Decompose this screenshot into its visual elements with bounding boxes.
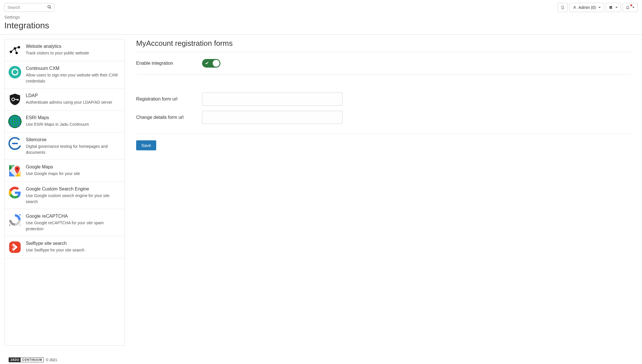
svg-point-12 — [9, 66, 21, 78]
sidebar-item-desc: Use Google custom search engine for your… — [26, 193, 121, 205]
recaptcha-icon — [8, 213, 22, 227]
svg-marker-31 — [19, 224, 21, 226]
svg-point-0 — [48, 5, 50, 8]
registration-url-input[interactable] — [202, 93, 342, 106]
sidebar-item-title: Sitemorse — [26, 137, 121, 142]
sidebar-item-desc: Use ESRI Maps in Jadu Continuum — [26, 121, 121, 127]
sidebar-item-title: Google Custom Search Engine — [26, 186, 121, 192]
sidebar-item-title: Continuum CXM — [26, 66, 121, 71]
sidebar-item-title: Google reCAPTCHA — [26, 214, 121, 219]
search-container — [4, 3, 54, 12]
sidebar-item-desc: Track visitors to your public website — [26, 50, 121, 56]
sidebar-item-desc: Authenticate admins using your LDAP/AD s… — [26, 99, 121, 105]
caret-down-icon — [598, 7, 601, 8]
sidebar-item-continuum-cxm[interactable]: Continuum CXM Allow users to sign into y… — [5, 61, 124, 88]
search-input[interactable] — [4, 3, 54, 12]
enable-integration-toggle[interactable] — [202, 59, 220, 68]
save-button[interactable]: Save — [136, 140, 156, 150]
svg-point-11 — [15, 52, 18, 54]
svg-point-29 — [16, 168, 18, 170]
sidebar-item-ldap[interactable]: LDAP Authenticate admins using your LDAP… — [5, 88, 124, 111]
sitemorse-icon — [8, 137, 22, 150]
url-form-section: Registration form url Change details for… — [136, 75, 632, 134]
caret-down-icon — [632, 7, 635, 8]
svg-line-8 — [11, 48, 15, 52]
notifications-button[interactable] — [623, 3, 638, 12]
change-details-url-input[interactable] — [202, 111, 342, 124]
sidebar-item-sitemorse[interactable]: Sitemorse Digital governance testing for… — [5, 133, 124, 160]
sidebar-item-title: ESRI Maps — [26, 115, 121, 120]
sidebar-item-desc: Digital governance testing for homepages… — [26, 143, 121, 156]
topbar: Admin (0) — [0, 0, 642, 13]
sidebar-item-desc: Use Google maps for your site — [26, 171, 121, 177]
mobile-preview-button[interactable] — [557, 3, 568, 12]
sidebar-item-title: LDAP — [26, 93, 121, 98]
docs-menu-button[interactable] — [606, 3, 621, 12]
sidebar-item-desc: Allow users to sign into your website wi… — [26, 72, 121, 84]
svg-point-4 — [574, 6, 576, 7]
main-panel: MyAccount registration forms Enable inte… — [130, 39, 638, 346]
google-icon — [8, 186, 22, 200]
svg-line-1 — [50, 7, 51, 9]
registration-url-label: Registration form url — [136, 97, 196, 102]
caret-down-icon — [615, 7, 618, 8]
enable-integration-label: Enable integration — [136, 61, 196, 66]
sidebar-item-desc: Use Swiftype for your site search — [26, 247, 121, 253]
sidebar-item-desc: Use Google reCAPTCHA for your site spam … — [26, 220, 121, 232]
sidebar-item-title: Google Maps — [26, 164, 121, 170]
change-details-url-label: Change details form url — [136, 115, 196, 120]
check-icon — [205, 61, 209, 66]
shield-icon — [8, 93, 22, 106]
registration-url-group: Registration form url — [136, 93, 632, 106]
page-title: Integrations — [0, 21, 642, 34]
toggle-handle — [213, 60, 220, 67]
notification-dot-icon — [630, 4, 632, 6]
svg-marker-30 — [19, 214, 21, 216]
user-menu-label: Admin (0) — [578, 5, 596, 10]
swiftype-icon — [8, 240, 22, 254]
section-title: MyAccount registration forms — [136, 39, 632, 52]
topbar-right: Admin (0) — [557, 3, 638, 12]
globe-icon — [8, 115, 22, 128]
sidebar-item-title: Website analytics — [26, 44, 121, 49]
content-area: Website analytics Track visitors to your… — [0, 35, 642, 350]
breadcrumb[interactable]: Settings — [0, 13, 642, 21]
user-menu-button[interactable]: Admin (0) — [569, 3, 604, 12]
google-maps-icon — [8, 164, 22, 178]
svg-marker-32 — [9, 224, 11, 226]
sidebar-item-google-maps[interactable]: Google Maps Use Google maps for your sit… — [5, 160, 124, 182]
sidebar-item-google-recaptcha[interactable]: Google reCAPTCHA Use Google reCAPTCHA fo… — [5, 209, 124, 236]
integrations-sidebar[interactable]: Website analytics Track visitors to your… — [4, 39, 125, 346]
enable-integration-row: Enable integration — [136, 52, 632, 75]
sidebar-item-title: Swiftype site search — [26, 241, 121, 246]
sidebar-item-esri-maps[interactable]: ESRI Maps Use ESRI Maps in Jadu Continuu… — [5, 111, 124, 133]
sidebar-item-swiftype[interactable]: Swiftype site search Use Swiftype for yo… — [5, 236, 124, 258]
analytics-icon — [8, 43, 22, 57]
cxm-icon — [8, 65, 22, 79]
sidebar-item-website-analytics[interactable]: Website analytics Track visitors to your… — [5, 39, 124, 61]
search-icon[interactable] — [47, 5, 52, 10]
sidebar-item-google-cse[interactable]: Google Custom Search Engine Use Google c… — [5, 182, 124, 209]
change-details-url-group: Change details form url — [136, 111, 632, 124]
